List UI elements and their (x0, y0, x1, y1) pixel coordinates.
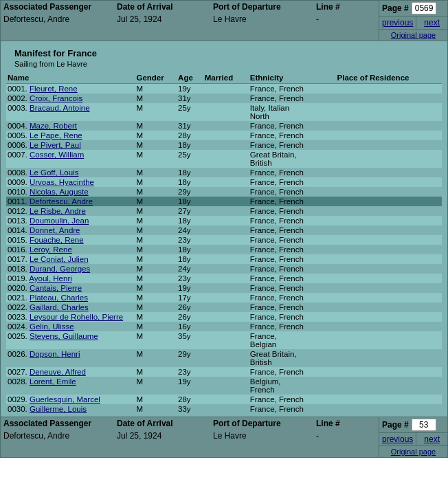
footer-row2: Defortescu, Andre Jul 25, 1924 Le Havre … (1, 430, 379, 442)
original-page-link-top[interactable]: Original page (379, 29, 447, 41)
cell-residence (336, 121, 442, 131)
passenger-name-link[interactable]: Leroy, Rene (30, 245, 72, 254)
passenger-name-link[interactable]: Maze, Robert (30, 122, 77, 130)
passenger-name-link[interactable]: Le Goff, Louis (30, 168, 78, 177)
page-box-bottom: Page # 53 previous next Original page (379, 417, 447, 457)
cell-ethnicity: France, French (249, 197, 336, 206)
cell-residence (336, 206, 442, 216)
passenger-name-link[interactable]: Plateau, Charles (30, 294, 88, 302)
passenger-name-link[interactable]: Guillerme, Louis (30, 405, 87, 413)
passenger-name-link[interactable]: Le Pivert, Paul (30, 141, 81, 149)
cell-age: 18y (177, 140, 203, 150)
original-page-link-bottom[interactable]: Original page (379, 445, 447, 457)
cell-residence (336, 150, 442, 168)
cell-age: 18y (177, 254, 203, 264)
footer-assoc-value: Defortescu, Andre (3, 431, 117, 441)
passenger-name-link[interactable]: Guerlesquin, Marcel (30, 395, 100, 404)
passenger-name-link[interactable]: Doumoulin, Jean (30, 217, 89, 225)
passenger-name-link[interactable]: Lorent, Emile (30, 377, 76, 386)
table-row: 0004. Maze, RobertM31yFrance, French (6, 121, 442, 131)
passenger-name-link[interactable]: Fleuret, Rene (30, 85, 78, 93)
passenger-name-link[interactable]: Durand, Georges (30, 265, 90, 273)
cell-ethnicity: France, French (249, 216, 336, 225)
cell-married (203, 404, 249, 414)
table-row: 0025. Stevens, GuillaumeM35yFrance,Belgi… (6, 331, 442, 349)
row-number: 0024. (8, 322, 30, 331)
cell-ethnicity: France, French (249, 395, 336, 404)
cell-gender: M (135, 322, 177, 331)
table-row: 0006. Le Pivert, PaulM18yFrance, French (6, 140, 442, 150)
next-button-bottom[interactable]: next (416, 433, 447, 445)
col-married: Married (203, 71, 249, 84)
cell-married (203, 322, 249, 331)
passenger-name-link[interactable]: Le Coniat, Julien (30, 255, 89, 263)
cell-residence (336, 216, 442, 225)
cell-ethnicity: France, French (249, 140, 336, 150)
cell-gender: M (135, 302, 177, 312)
cell-age: 27y (177, 206, 203, 216)
passenger-name-link[interactable]: Nicolas, Auguste (30, 188, 89, 196)
cell-gender: M (135, 84, 177, 94)
cell-ethnicity: France, French (249, 206, 336, 216)
cell-gender: M (135, 283, 177, 293)
table-row: 0001. Fleuret, ReneM19yFrance, French (6, 84, 442, 94)
table-header-row: Name Gender Age Married Ethnicity Place … (6, 71, 442, 84)
cell-residence (336, 225, 442, 235)
passenger-name-link[interactable]: Bracaud, Antoine (30, 104, 90, 112)
passenger-name-link[interactable]: Gelin, Ulisse (30, 322, 74, 331)
passenger-name-link[interactable]: Urvoas, Hyacinthe (30, 178, 94, 186)
row-number: 0006. (8, 141, 30, 149)
passenger-name-link[interactable]: Le Risbe, Andre (30, 207, 86, 215)
cell-name: 0005. Le Pape, Rene (6, 131, 135, 140)
previous-button-bottom[interactable]: previous (379, 433, 416, 445)
cell-ethnicity: France, French (249, 121, 336, 131)
cell-gender: M (135, 235, 177, 245)
footer-assoc-label: Associated Passenger (3, 419, 117, 428)
table-row: 0015. Fouache, ReneM23yFrance, French (6, 235, 442, 245)
passenger-name-link[interactable]: Stevens, Guillaume (30, 332, 98, 340)
cell-ethnicity: France, French (249, 283, 336, 293)
passenger-name-link[interactable]: Dopson, Henri (30, 350, 80, 358)
table-row: 0011. Defortescu, AndreM18yFrance, Frenc… (6, 197, 442, 206)
cell-married (203, 206, 249, 216)
row-number: 0026. (8, 350, 30, 358)
passenger-name-link[interactable]: Leysour de Rohello, Pierre (30, 313, 123, 321)
row-number: 0016. (8, 245, 30, 254)
previous-button-top[interactable]: previous (379, 16, 416, 29)
passenger-name-link[interactable]: Gaillard, Charles (30, 303, 89, 311)
passenger-name-link[interactable]: Deneuve, Alfred (30, 368, 86, 376)
cell-gender: M (135, 206, 177, 216)
header-row1: Associated Passenger Date of Arrival Por… (1, 1, 379, 13)
row-number: 0020. (8, 284, 30, 292)
cell-name: 0019. Ayoul, Henri (6, 274, 135, 283)
cell-name: 0017. Le Coniat, Julien (6, 254, 135, 264)
page-bottom-top: Page # 53 (379, 417, 447, 432)
table-row: 0018. Durand, GeorgesM24yFrance, French (6, 264, 442, 274)
cell-ethnicity: France, French (249, 254, 336, 264)
manifest-title: Manifest for France (14, 48, 434, 58)
passenger-name-link[interactable]: Cosser, William (30, 151, 84, 159)
cell-name: 0016. Leroy, Rene (6, 245, 135, 254)
cell-married (203, 177, 249, 187)
cell-name: 0027. Deneuve, Alfred (6, 367, 135, 377)
cell-residence (336, 274, 442, 283)
passenger-name-link[interactable]: Donnet, Andre (30, 226, 80, 234)
page-num-bottom: 53 (412, 419, 436, 431)
cell-ethnicity: France, French (249, 404, 336, 414)
cell-age: 19y (177, 283, 203, 293)
passenger-name-link[interactable]: Le Pape, Rene (30, 131, 82, 140)
passenger-name-link[interactable]: Fouache, Rene (30, 236, 84, 244)
table-row: 0013. Doumoulin, JeanM18yFrance, French (6, 216, 442, 225)
next-button-top[interactable]: next (416, 16, 447, 29)
cell-age: 18y (177, 245, 203, 254)
cell-age: 19y (177, 84, 203, 94)
cell-name: 0023. Leysour de Rohello, Pierre (6, 312, 135, 322)
cell-ethnicity: France, French (249, 187, 336, 197)
row-number: 0007. (8, 151, 30, 159)
passenger-name-link[interactable]: Cantais, Pierre (30, 284, 82, 292)
row-number: 0012. (8, 207, 30, 215)
passenger-name-link[interactable]: Ayoul, Henri (29, 274, 71, 283)
passenger-name-link[interactable]: Croix, Francois (30, 94, 82, 102)
passenger-name-link[interactable]: Defortescu, Andre (30, 197, 93, 206)
page-label-top: Page # (382, 3, 409, 13)
